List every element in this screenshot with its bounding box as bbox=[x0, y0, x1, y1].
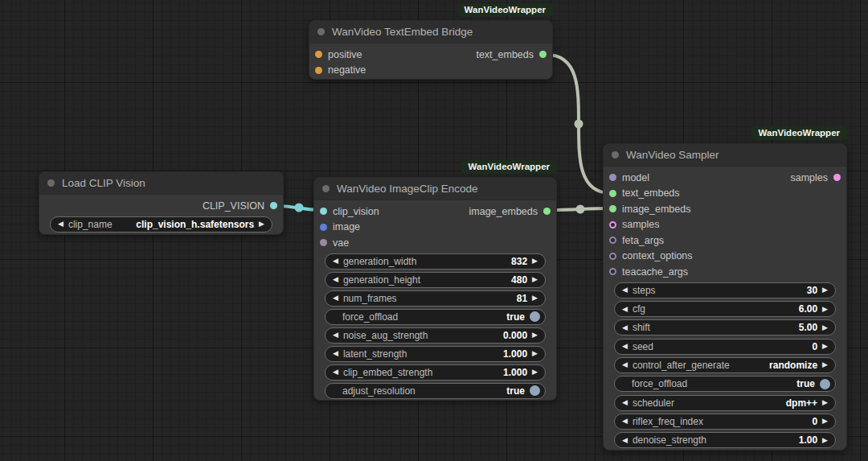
widget-force-offload-toggle[interactable]: force_offload true bbox=[325, 309, 546, 325]
toggle-knob-icon[interactable] bbox=[530, 385, 540, 396]
increment-arrow-icon[interactable]: ▶ bbox=[822, 324, 828, 331]
widget-force-offload-toggle[interactable]: force_offload true bbox=[614, 376, 836, 392]
node-title-bar[interactable]: WanVideo TextEmbed Bridge bbox=[309, 21, 552, 43]
widget-num-frames[interactable]: ◀ num_frames 81 ▶ bbox=[325, 290, 546, 307]
increment-arrow-icon[interactable]: ▶ bbox=[822, 286, 828, 294]
widget-value: 480 bbox=[511, 274, 527, 286]
widget-clip-embed-strength[interactable]: ◀ clip_embed_strength 1.000 ▶ bbox=[325, 364, 546, 381]
node-wanvideo-sampler[interactable]: WanVideo Sampler model samples text_embe… bbox=[603, 143, 847, 451]
node-title: WanVideo ImageClip Encode bbox=[337, 183, 478, 195]
widget-label: cfg bbox=[633, 303, 645, 315]
widget-denoise-strength[interactable]: ◀ denoise_strength 1.00 ▶ bbox=[614, 432, 836, 448]
widget-value: true bbox=[796, 378, 815, 389]
widget-shift[interactable]: ◀ shift 5.00 ▶ bbox=[614, 319, 836, 335]
wire-midpoint-dot[interactable] bbox=[575, 120, 583, 129]
increment-arrow-icon[interactable]: ▶ bbox=[532, 368, 538, 376]
node-title-bar[interactable]: WanVideo Sampler bbox=[604, 144, 846, 167]
output-port-clip-vision[interactable] bbox=[270, 202, 277, 209]
input-port-negative[interactable] bbox=[315, 67, 322, 74]
node-graph-canvas[interactable]: WanVideoWrapper WanVideoWrapper WanVideo… bbox=[0, 0, 868, 461]
decrement-arrow-icon[interactable]: ◀ bbox=[333, 257, 338, 265]
input-label: teacache_args bbox=[622, 266, 688, 278]
widget-scheduler[interactable]: ◀ scheduler dpm++ ▶ bbox=[614, 395, 836, 411]
prev-value-arrow-icon[interactable]: ◀ bbox=[622, 361, 628, 368]
widget-value: randomize bbox=[769, 360, 817, 371]
widget-riflex-freq-index[interactable]: ◀ riflex_freq_index 0 ▶ bbox=[614, 414, 836, 430]
increment-arrow-icon[interactable]: ▶ bbox=[532, 331, 538, 339]
decrement-arrow-icon[interactable]: ◀ bbox=[333, 294, 338, 302]
decrement-arrow-icon[interactable]: ◀ bbox=[622, 418, 628, 425]
input-port-image-embeds[interactable] bbox=[609, 205, 616, 212]
widget-label: noise_aug_strength bbox=[343, 330, 428, 341]
next-value-arrow-icon[interactable]: ▶ bbox=[822, 361, 828, 368]
decrement-arrow-icon[interactable]: ◀ bbox=[622, 437, 628, 444]
increment-arrow-icon[interactable]: ▶ bbox=[532, 350, 538, 357]
input-port-teacache-args[interactable] bbox=[609, 268, 616, 275]
output-port-samples[interactable] bbox=[833, 174, 841, 181]
widget-noise-aug-strength[interactable]: ◀ noise_aug_strength 0.000 ▶ bbox=[325, 327, 546, 344]
node-load-clip-vision[interactable]: Load CLIP Vision CLIP_VISION ◀ clip_name… bbox=[39, 171, 284, 235]
widget-clip-name[interactable]: ◀ clip_name clip_vision_h.safetensors ▶ bbox=[50, 216, 272, 233]
node-wanvideo-imageclip-encode[interactable]: WanVideo ImageClip Encode clip_vision im… bbox=[313, 177, 557, 401]
next-value-arrow-icon[interactable]: ▶ bbox=[822, 399, 828, 406]
decrement-arrow-icon[interactable]: ◀ bbox=[622, 306, 628, 313]
widget-seed[interactable]: ◀ seed 0 ▶ bbox=[614, 339, 836, 355]
input-port-positive[interactable] bbox=[315, 51, 322, 58]
collapse-dot-icon[interactable] bbox=[322, 185, 330, 192]
widget-label: generation_width bbox=[343, 256, 416, 267]
toggle-knob-icon[interactable] bbox=[820, 379, 830, 389]
widget-adjust-resolution-toggle[interactable]: adjust_resolution true bbox=[325, 383, 546, 399]
input-port-clip-vision[interactable] bbox=[320, 208, 327, 215]
toggle-knob-icon[interactable] bbox=[530, 311, 540, 322]
input-label: negative bbox=[328, 64, 366, 76]
wire-midpoint-dot[interactable] bbox=[576, 205, 585, 214]
input-port-context-options[interactable] bbox=[609, 253, 616, 260]
decrement-arrow-icon[interactable]: ◀ bbox=[333, 368, 338, 376]
collapse-dot-icon[interactable] bbox=[612, 151, 619, 158]
widget-generation-height[interactable]: ◀ generation_height 480 ▶ bbox=[325, 272, 546, 288]
port-row: model samples bbox=[604, 170, 846, 186]
widget-latent-strength[interactable]: ◀ latent_strength 1.000 ▶ bbox=[325, 346, 546, 362]
input-port-samples[interactable] bbox=[609, 221, 616, 228]
collapse-dot-icon[interactable] bbox=[47, 179, 55, 187]
input-label: clip_vision bbox=[333, 206, 379, 217]
prev-value-arrow-icon[interactable]: ◀ bbox=[58, 220, 63, 228]
input-port-vae[interactable] bbox=[320, 239, 327, 246]
widget-control-after-generate[interactable]: ◀ control_after_generate randomize ▶ bbox=[614, 357, 836, 373]
increment-arrow-icon[interactable]: ▶ bbox=[532, 257, 538, 265]
widget-value: dpm++ bbox=[786, 397, 817, 409]
input-port-text-embeds[interactable] bbox=[609, 190, 616, 197]
decrement-arrow-icon[interactable]: ◀ bbox=[333, 350, 338, 357]
node-title-bar[interactable]: WanVideo ImageClip Encode bbox=[314, 178, 556, 200]
increment-arrow-icon[interactable]: ▶ bbox=[532, 294, 538, 302]
decrement-arrow-icon[interactable]: ◀ bbox=[622, 286, 628, 294]
decrement-arrow-icon[interactable]: ◀ bbox=[622, 343, 628, 350]
increment-arrow-icon[interactable]: ▶ bbox=[822, 418, 828, 425]
widget-steps[interactable]: ◀ steps 30 ▶ bbox=[614, 282, 836, 298]
increment-arrow-icon[interactable]: ▶ bbox=[532, 276, 538, 283]
input-port-feta-args[interactable] bbox=[609, 237, 616, 244]
collapse-dot-icon[interactable] bbox=[317, 28, 325, 35]
output-port-image-embeds[interactable] bbox=[543, 208, 551, 215]
increment-arrow-icon[interactable]: ▶ bbox=[822, 343, 828, 350]
node-title-bar[interactable]: Load CLIP Vision bbox=[39, 172, 283, 195]
next-value-arrow-icon[interactable]: ▶ bbox=[259, 220, 264, 228]
wire-midpoint-dot[interactable] bbox=[295, 204, 304, 212]
output-port-text-embeds[interactable] bbox=[539, 51, 547, 58]
decrement-arrow-icon[interactable]: ◀ bbox=[333, 276, 338, 283]
input-port-model[interactable] bbox=[609, 174, 616, 181]
node-category-badge: WanVideoWrapper bbox=[457, 3, 553, 17]
decrement-arrow-icon[interactable]: ◀ bbox=[333, 331, 338, 339]
prev-value-arrow-icon[interactable]: ◀ bbox=[622, 399, 628, 406]
widget-label: shift bbox=[633, 322, 650, 333]
input-port-image[interactable] bbox=[320, 224, 327, 231]
node-wanvideo-textembed-bridge[interactable]: WanVideo TextEmbed Bridge positive text_… bbox=[309, 20, 553, 80]
widget-cfg[interactable]: ◀ cfg 6.00 ▶ bbox=[614, 301, 836, 317]
increment-arrow-icon[interactable]: ▶ bbox=[822, 437, 828, 444]
increment-arrow-icon[interactable]: ▶ bbox=[822, 306, 828, 313]
widget-value: 1.00 bbox=[799, 434, 817, 446]
widget-generation-width[interactable]: ◀ generation_width 832 ▶ bbox=[325, 253, 546, 270]
widget-label: generation_height bbox=[343, 274, 420, 286]
decrement-arrow-icon[interactable]: ◀ bbox=[622, 324, 628, 331]
node-title: Load CLIP Vision bbox=[62, 177, 145, 189]
